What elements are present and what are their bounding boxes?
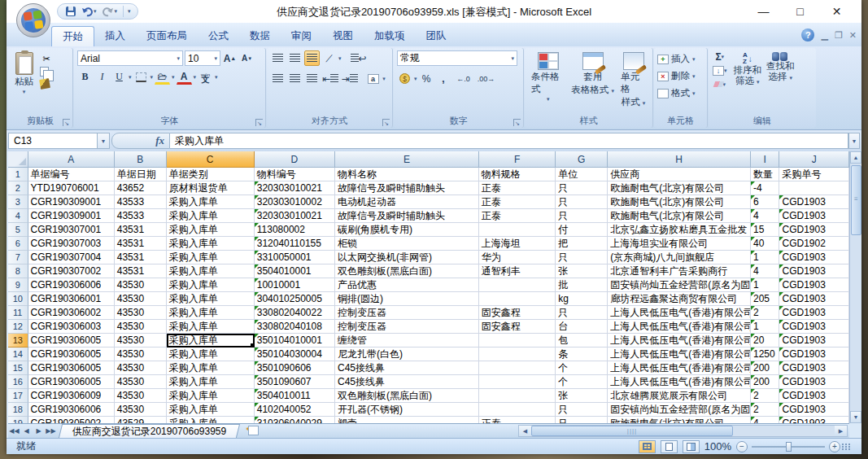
cell-D4[interactable]: 320303010021 — [255, 209, 335, 223]
cell-C15[interactable]: 采购入库单 — [167, 361, 255, 375]
row-header-9[interactable]: 9 — [8, 278, 28, 292]
cell-D19[interactable]: 310306040029 — [255, 417, 335, 423]
font-name-select[interactable]: Arial▾ — [77, 50, 183, 66]
column-header-C[interactable]: C — [167, 151, 255, 168]
minimize-button[interactable]: — — [745, 0, 782, 23]
horizontal-scrollbar[interactable]: ◀ |||| ▶ — [518, 425, 848, 437]
sheet-tab[interactable]: 供应商交退货记录20190706o93959 — [59, 424, 241, 438]
cell-H15[interactable]: 上海人民低压电气(香港)有限公司 — [608, 361, 751, 375]
cell-H16[interactable]: 上海人民低压电气(香港)有限公司 — [608, 375, 751, 389]
row-header-7[interactable]: 7 — [8, 251, 28, 264]
cell-C5[interactable]: 采购入库单 — [167, 223, 255, 237]
cell-C6[interactable]: 采购入库单 — [167, 237, 255, 251]
row-header-11[interactable]: 11 — [8, 306, 28, 320]
row-header-4[interactable]: 4 — [8, 209, 28, 223]
cell-B16[interactable]: 43530 — [115, 375, 167, 389]
copy-icon[interactable] — [40, 67, 49, 76]
cell-B7[interactable]: 43531 — [115, 251, 167, 264]
ribbon-tab-2[interactable]: 页面布局 — [136, 26, 198, 46]
column-header-H[interactable]: H — [608, 151, 751, 168]
align-right-icon[interactable] — [304, 71, 320, 86]
number-dialog-launcher[interactable]: ↘ — [513, 119, 521, 126]
cell-F2[interactable]: 正泰 — [479, 181, 556, 195]
column-header-A[interactable]: A — [28, 151, 115, 168]
cell-G9[interactable]: 批 — [556, 278, 608, 292]
first-sheet-icon[interactable]: ◀◀ — [8, 425, 20, 437]
column-header-F[interactable]: F — [479, 151, 556, 168]
cell-A13[interactable]: CGR190306005 — [28, 334, 115, 348]
cell-E6[interactable]: 柜锁 — [335, 237, 479, 251]
orientation-icon[interactable]: ⟋ — [321, 50, 337, 66]
cell-F19[interactable]: 正泰 — [479, 417, 556, 423]
format-painter-icon[interactable] — [39, 78, 50, 90]
ribbon-tab-7[interactable]: 加载项 — [364, 26, 416, 46]
cell-I7[interactable]: 1 — [751, 251, 779, 264]
cell-F4[interactable]: 正泰 — [479, 209, 556, 223]
cell-F18[interactable] — [479, 403, 556, 417]
undo-button[interactable]: ▾ — [80, 6, 98, 18]
row-header-19[interactable]: 19 — [8, 417, 28, 423]
cell-H19[interactable]: 欧施耐电气(北京)有限公司 — [608, 417, 751, 423]
decrease-indent-icon[interactable]: ⇤ — [321, 71, 339, 86]
cell-J2[interactable] — [779, 181, 849, 195]
cell-I1[interactable]: 数量 — [751, 168, 779, 181]
cell-E8[interactable]: 双色雕刻板(黑底白面) — [335, 264, 479, 278]
row-header-6[interactable]: 6 — [8, 237, 28, 251]
cell-I2[interactable]: -4 — [751, 181, 779, 195]
cell-H2[interactable]: 欧施耐电气(北京)有限公司 — [608, 181, 751, 195]
zoom-slider-thumb[interactable] — [786, 442, 792, 452]
cell-B4[interactable]: 43533 — [115, 209, 167, 223]
row-header-1[interactable]: 1 — [8, 168, 28, 181]
increase-decimal-icon[interactable]: ←.0 — [453, 71, 474, 86]
office-button[interactable] — [16, 3, 50, 37]
cell-I10[interactable]: 205 — [751, 292, 779, 306]
cell-A11[interactable]: CGR190306002 — [28, 306, 115, 320]
cell-B15[interactable]: 43530 — [115, 361, 167, 375]
cell-G12[interactable]: 台 — [556, 320, 608, 334]
bold-button[interactable]: B — [77, 69, 93, 85]
cell-B6[interactable]: 43531 — [115, 237, 167, 251]
cell-D8[interactable]: 3504010001 — [255, 264, 335, 278]
format-as-table-button[interactable]: 套用 表格格式 ▾ — [568, 50, 617, 110]
next-sheet-icon[interactable]: ▶ — [33, 425, 45, 437]
cell-H7[interactable]: (京东商城)八九间旗舰店 — [608, 251, 751, 264]
cell-D12[interactable]: 330802040108 — [255, 320, 335, 334]
row-header-2[interactable]: 2 — [8, 181, 28, 195]
cell-H6[interactable]: 上海海坦实业有限公司 — [608, 237, 751, 251]
format-cells-button[interactable]: 格式▾ — [657, 85, 704, 102]
cell-F6[interactable]: 上海海坦 — [479, 237, 556, 251]
page-break-view-button[interactable] — [683, 440, 700, 453]
name-box[interactable]: C13 — [8, 133, 98, 149]
cell-F17[interactable] — [479, 389, 556, 403]
cell-H8[interactable]: 北京通智利丰广告采购商行 — [608, 264, 751, 278]
cell-J14[interactable]: CGD1903 — [779, 348, 849, 361]
cell-J13[interactable]: CGD1903 — [779, 334, 849, 348]
cell-G15[interactable]: 个 — [556, 361, 608, 375]
cell-G7[interactable]: 只 — [556, 251, 608, 264]
borders-icon[interactable] — [133, 69, 149, 85]
row-header-18[interactable]: 18 — [8, 403, 28, 417]
ribbon-tab-0[interactable]: 开始 — [51, 26, 94, 46]
cell-B8[interactable]: 43531 — [115, 264, 167, 278]
ribbon-tab-3[interactable]: 公式 — [198, 26, 239, 46]
cell-C12[interactable]: 采购入库单 — [167, 320, 255, 334]
row-header-8[interactable]: 8 — [8, 264, 28, 278]
cell-D15[interactable]: 3501090606 — [255, 361, 335, 375]
row-header-10[interactable]: 10 — [8, 292, 28, 306]
cell-D3[interactable]: 320303010002 — [255, 195, 335, 209]
cell-H13[interactable]: 上海人民低压电气(香港)有限公司 — [608, 334, 751, 348]
cell-F13[interactable] — [479, 334, 556, 348]
cell-E12[interactable]: 控制变压器 — [335, 320, 479, 334]
cell-C13[interactable]: 采购入库单 — [167, 334, 255, 348]
name-box-dropdown-icon[interactable]: ▼ — [98, 133, 110, 149]
help-icon[interactable]: ? — [801, 28, 814, 42]
cell-G13[interactable]: 包 — [556, 334, 608, 348]
cell-B1[interactable]: 单据日期 — [115, 168, 167, 181]
cell-A15[interactable]: CGR190306005 — [28, 361, 115, 375]
cell-B3[interactable]: 43533 — [115, 195, 167, 209]
cell-A7[interactable]: CGR190307004 — [28, 251, 115, 264]
cell-I4[interactable]: 4 — [751, 209, 779, 223]
cell-I9[interactable]: 1 — [751, 278, 779, 292]
cell-I16[interactable]: 200 — [751, 375, 779, 389]
cell-J6[interactable]: CGD1902 — [779, 237, 849, 251]
